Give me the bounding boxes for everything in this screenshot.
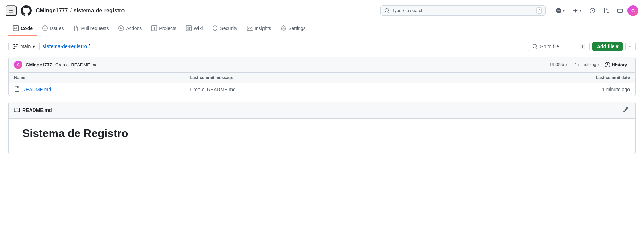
file-name-link[interactable]: README.md: [22, 87, 51, 92]
tab-actions[interactable]: Actions: [114, 21, 147, 36]
go-to-file-button[interactable]: Go to file t: [528, 42, 590, 51]
path-separator: /: [88, 44, 90, 49]
commit-hash[interactable]: 19309bb: [549, 62, 567, 67]
breadcrumb-separator: /: [70, 8, 71, 14]
insights-icon: [247, 25, 253, 31]
add-file-dropdown-arrow: ▾: [616, 44, 618, 49]
commit-author-avatar: C: [14, 61, 22, 69]
file-name-cell: README.md: [14, 86, 190, 93]
wiki-icon: [186, 25, 192, 31]
commit-bar: C CMinge1777 Crea el README.md 19309bb ·…: [8, 57, 636, 73]
add-file-label: Add file: [597, 44, 614, 49]
branch-icon: [13, 44, 18, 49]
add-file-button[interactable]: Add file ▾: [592, 42, 623, 51]
tab-insights[interactable]: Insights: [242, 21, 276, 36]
user-avatar[interactable]: C: [627, 5, 638, 16]
repo-breadcrumb: CMinge1777 / sistema-de-registro: [36, 8, 125, 14]
settings-icon: [281, 25, 286, 31]
branch-name: main: [20, 44, 31, 49]
commit-right-info: 19309bb · 1 minute ago History: [549, 61, 630, 69]
repo-toolbar: main ▾ sistema-de-registro / Go to file …: [0, 36, 644, 57]
readme-header: README.md: [9, 102, 635, 119]
tab-settings-label: Settings: [288, 25, 306, 31]
tab-security[interactable]: Security: [207, 21, 242, 36]
new-button[interactable]: ▾: [569, 6, 585, 15]
copilot-button[interactable]: ▾: [552, 6, 568, 15]
commit-time: 1 minute ago: [575, 62, 599, 67]
tab-projects-label: Projects: [159, 25, 176, 31]
hamburger-menu[interactable]: [6, 5, 17, 16]
col-commit-date: Last commit date: [454, 75, 630, 80]
file-icon: [14, 86, 20, 93]
projects-icon: [151, 25, 157, 31]
tab-actions-label: Actions: [126, 25, 142, 31]
history-label: History: [612, 62, 627, 67]
file-commit-message: Crea el README.md: [190, 87, 454, 92]
commit-message: Crea el README.md: [55, 62, 98, 67]
tab-wiki[interactable]: Wiki: [181, 21, 207, 36]
tab-insights-label: Insights: [255, 25, 271, 31]
search-icon: [384, 8, 390, 13]
go-to-file-shortcut: t: [580, 44, 585, 49]
tab-settings[interactable]: Settings: [276, 21, 311, 36]
readme-content: Sistema de Registro: [9, 119, 635, 154]
tab-security-label: Security: [220, 25, 237, 31]
table-row: README.md Crea el README.md 1 minute ago: [9, 83, 635, 96]
more-options-button[interactable]: ···: [625, 42, 636, 51]
search-placeholder: Type / to search: [392, 8, 424, 13]
history-icon: [605, 62, 610, 67]
global-search[interactable]: Type / to search /: [380, 5, 546, 16]
readme-section: README.md Sistema de Registro: [8, 102, 636, 154]
tab-pull-requests[interactable]: Pull requests: [68, 21, 114, 36]
issues-button[interactable]: [586, 6, 599, 15]
col-commit-msg: Last commit message: [190, 75, 454, 80]
col-name: Name: [14, 75, 190, 80]
history-button[interactable]: History: [602, 61, 630, 69]
repo-path-link[interactable]: sistema-de-registro: [42, 44, 87, 49]
readme-edit-button[interactable]: [622, 105, 630, 115]
owner-name[interactable]: CMinge1777: [36, 8, 68, 14]
go-to-file-label: Go to file: [540, 44, 559, 49]
file-commit-date: 1 minute ago: [454, 87, 630, 92]
search-icon-small: [532, 44, 538, 49]
readme-icon: [14, 107, 20, 113]
file-table-header: Name Last commit message Last commit dat…: [9, 73, 635, 83]
file-breadcrumb: sistema-de-registro /: [42, 44, 90, 49]
actions-icon: [118, 25, 124, 31]
toolbar-right: Go to file t Add file ▾ ···: [528, 42, 636, 51]
tab-pull-requests-label: Pull requests: [81, 25, 109, 31]
app-header: CMinge1777 / sistema-de-registro Type / …: [0, 0, 644, 21]
security-icon: [212, 25, 218, 31]
tab-wiki-label: Wiki: [194, 25, 203, 31]
tab-code-label: Code: [21, 25, 33, 31]
repo-nav: Code Issues Pull requests Actions Projec…: [0, 21, 644, 36]
branch-dropdown-arrow: ▾: [33, 44, 35, 49]
pull-requests-button[interactable]: [600, 6, 612, 15]
more-label: ···: [629, 44, 633, 49]
tab-issues[interactable]: Issues: [37, 21, 68, 36]
tab-projects[interactable]: Projects: [147, 21, 181, 36]
tab-issues-label: Issues: [50, 25, 64, 31]
issues-icon: [42, 25, 48, 31]
header-actions: ▾ ▾ C: [552, 5, 638, 16]
edit-icon: [623, 107, 629, 112]
commit-author[interactable]: CMinge1777: [26, 62, 52, 67]
pr-icon: [73, 25, 79, 31]
search-shortcut: /: [536, 7, 542, 14]
github-logo[interactable]: [21, 5, 32, 16]
code-icon: [13, 25, 19, 31]
inbox-button[interactable]: [614, 6, 626, 15]
readme-title: README.md: [22, 107, 52, 113]
readme-heading: Sistema de Registro: [22, 127, 622, 140]
tab-code[interactable]: Code: [8, 21, 37, 36]
repo-name[interactable]: sistema-de-registro: [74, 8, 125, 14]
branch-selector[interactable]: main ▾: [8, 42, 40, 51]
file-table: Name Last commit message Last commit dat…: [8, 73, 636, 96]
commit-bullet: ·: [570, 62, 571, 67]
